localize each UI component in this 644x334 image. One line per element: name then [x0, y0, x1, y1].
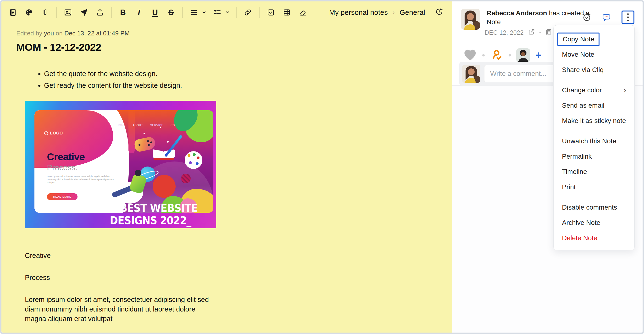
reaction-dot [508, 54, 511, 56]
menu-item-disable-comments[interactable]: Disable comments [554, 200, 634, 215]
checkbox-icon[interactable] [266, 8, 276, 17]
menu-item-permalink[interactable]: Permalink [554, 149, 634, 164]
breadcrumb-current[interactable]: General [400, 8, 425, 16]
reminder-alarm-icon[interactable] [582, 13, 591, 22]
insert-image-icon[interactable] [63, 8, 73, 17]
mockup-headline: Creative Process. [47, 151, 85, 172]
author-avatar[interactable] [461, 8, 480, 30]
meta-dot [540, 32, 541, 33]
color-palette-icon[interactable] [24, 8, 34, 17]
nav-item: HOME [117, 124, 126, 126]
send-icon[interactable] [79, 8, 89, 17]
mockup-body-text: Lorem ipsum dolor sit amet, consectetuer… [47, 175, 119, 184]
bold-button[interactable]: B [118, 8, 128, 17]
menu-item-delete-note[interactable]: Delete Note [554, 230, 634, 246]
note-editor-pane: B I U S [2, 2, 452, 332]
edited-author: you [44, 30, 54, 37]
menu-item-print[interactable]: Print [554, 180, 634, 195]
menu-divider [562, 131, 626, 131]
palette-illustration [185, 151, 202, 169]
table-icon[interactable] [282, 8, 292, 17]
menu-item-label: Share via Cliq [562, 66, 604, 74]
toolbar-divider [56, 7, 57, 18]
menu-item-label: Copy Note [558, 32, 600, 46]
activity-pane: Rebecca Anderson has created a Note DEC … [452, 2, 642, 332]
attachment-icon[interactable] [40, 8, 50, 17]
note-paragraph: Process [25, 273, 215, 282]
eraser-icon[interactable] [298, 8, 308, 17]
mockup-read-more-button: READ MORE [47, 193, 78, 200]
mockup-drip-shape [128, 110, 135, 153]
breadcrumb-divider [430, 8, 430, 17]
add-reaction-button[interactable]: + [536, 50, 542, 60]
list-icon[interactable] [213, 8, 222, 17]
version-history-icon[interactable] [435, 8, 443, 18]
menu-item-timeline[interactable]: Timeline [554, 164, 634, 180]
open-in-new-icon[interactable] [528, 28, 535, 37]
note-paragraphs: Creative Process Lorem ipsum dolor sit a… [25, 251, 215, 324]
menu-item-make-sticky-note[interactable]: Make it as sticky note [554, 113, 634, 128]
align-chevron-down-icon[interactable] [202, 10, 206, 14]
menu-item-copy-note[interactable]: Copy Note [554, 32, 634, 47]
submenu-chevron-icon: › [624, 86, 626, 94]
breadcrumb-parent[interactable]: My personal notes [329, 8, 388, 16]
basketball-illustration [153, 175, 176, 198]
like-heart-icon[interactable] [463, 48, 477, 62]
menu-item-archive-note[interactable]: Archive Note [554, 215, 634, 230]
bold-label: B [120, 8, 126, 17]
menu-item-label: Send as email [562, 102, 604, 109]
note-title: MOM - 12-12-2022 [16, 42, 452, 53]
toolbar-divider [111, 7, 112, 18]
person-illustration [135, 170, 142, 176]
author-name: Rebecca Anderson [486, 9, 547, 17]
image-caption: 40 BEST WEBSITE DESIGNS 2022_ [25, 202, 216, 227]
note-options-menu: Copy Note Move Note Share via Cliq Chang… [553, 25, 635, 250]
underline-button[interactable]: U [150, 8, 160, 17]
menu-divider [562, 197, 626, 198]
copy-document-icon[interactable] [545, 28, 552, 37]
more-options-button[interactable] [622, 10, 634, 24]
note-embedded-image[interactable]: LOGO HOME ABOUT SERVICE CONTACT FAQ Crea… [25, 101, 216, 228]
menu-item-change-color[interactable]: Change color› [554, 82, 634, 98]
menu-item-label: Move Note [562, 51, 594, 58]
breadcrumb: My personal notes › General [329, 8, 443, 18]
logo-circle-icon [44, 131, 48, 135]
strikethrough-button[interactable]: S [166, 8, 176, 17]
align-icon[interactable] [189, 8, 199, 17]
menu-item-move-note[interactable]: Move Note [554, 47, 634, 62]
menu-item-label: Delete Note [562, 234, 597, 242]
note-template-icon[interactable] [8, 8, 18, 17]
link-icon[interactable] [243, 8, 252, 17]
note-content: Edited by you on Dec 13, 22 at 01:49 PM … [2, 24, 452, 324]
menu-item-unwatch-note[interactable]: Unwatch this Note [554, 134, 634, 149]
bullet-item: Get the quote for the website design. [44, 69, 452, 78]
italic-label: I [138, 8, 141, 17]
edited-connector: on [56, 30, 63, 37]
header-actions [582, 10, 634, 24]
save-to-tray-icon[interactable] [95, 8, 105, 17]
editor-toolbar: B I U S [2, 2, 452, 24]
reactor-avatar[interactable] [516, 48, 530, 62]
assignee-check-icon[interactable] [490, 48, 503, 62]
book-illustration [153, 149, 175, 160]
menu-item-label: Change color [562, 86, 624, 94]
menu-item-label: Archive Note [562, 219, 600, 226]
reactions-row: + [463, 48, 542, 62]
menu-item-share-via-cliq[interactable]: Share via Cliq [554, 62, 634, 78]
note-paragraph: Creative [25, 251, 215, 260]
strikethrough-label: S [168, 8, 174, 17]
note-date: DEC 12, 2022 [485, 29, 524, 36]
breadcrumb-separator-icon: › [392, 8, 395, 16]
toolbar-divider [236, 7, 236, 18]
commenter-avatar [462, 64, 480, 83]
menu-item-label: Permalink [562, 153, 592, 160]
menu-item-send-as-email[interactable]: Send as email [554, 98, 634, 113]
italic-button[interactable]: I [134, 8, 144, 17]
list-chevron-down-icon[interactable] [225, 10, 230, 14]
comments-icon[interactable] [602, 13, 611, 22]
app-window: B I U S [0, 0, 644, 334]
nav-item: SERVICE [150, 124, 164, 126]
note-paragraph: Lorem ipsum dolor sit amet, consectetuer… [25, 295, 215, 324]
website-mockup: LOGO HOME ABOUT SERVICE CONTACT FAQ Crea… [34, 110, 214, 213]
mockup-logo: LOGO [44, 131, 63, 136]
